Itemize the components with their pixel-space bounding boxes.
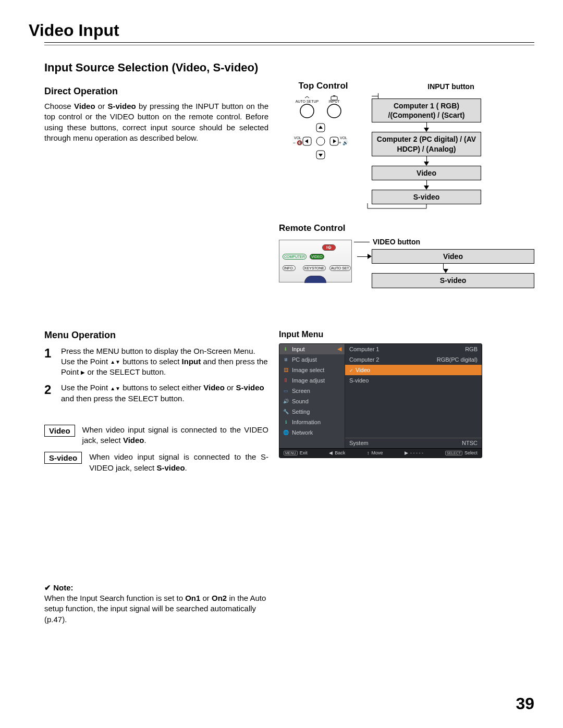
osd-main-label: Video bbox=[356, 367, 370, 373]
svg-point-2 bbox=[300, 104, 314, 118]
osd-side-icon: 🖥 bbox=[283, 356, 289, 363]
flow-loop-line bbox=[366, 203, 486, 211]
top-control-diagram: AUTO SETUP INPUT bbox=[289, 95, 357, 163]
svg-text:− 🔇: − 🔇 bbox=[293, 140, 303, 146]
osd-side-label: Sound bbox=[292, 398, 309, 404]
osd-side-icon: ▭ bbox=[283, 388, 289, 394]
osd-main-item: Computer 2RGB(PC digital) bbox=[345, 354, 482, 365]
svg-text:AUTO SETUP: AUTO SETUP bbox=[296, 100, 319, 103]
osd-side-label: Input bbox=[292, 346, 304, 352]
osd-side-label: Setting bbox=[292, 409, 310, 415]
osd-side-item: 🎚Image adjust bbox=[279, 375, 345, 386]
osd-main-item: Computer 1RGB bbox=[345, 344, 482, 354]
svg-point-5 bbox=[316, 137, 325, 145]
osd-side-icon: 🔧 bbox=[283, 409, 289, 415]
remote-control-heading: Remote Control bbox=[279, 223, 534, 233]
osd-side-item: 🌐Network bbox=[279, 427, 345, 438]
svg-text:VOL: VOL bbox=[340, 136, 347, 140]
osd-footer: MENUExit ◀Back ↕Move ▶- - - - - SELECTSe… bbox=[279, 448, 482, 458]
arrow-down-icon bbox=[424, 162, 429, 166]
flow-box-svideo: S-video bbox=[372, 190, 481, 204]
text: Choose bbox=[44, 102, 74, 110]
arrow-down-icon bbox=[424, 128, 429, 132]
text-bold: S-video bbox=[107, 102, 136, 110]
input-menu-heading: Input Menu bbox=[279, 330, 534, 339]
osd-active-marker: ◀ bbox=[337, 346, 341, 352]
updown-arrows-icon bbox=[110, 383, 120, 392]
osd-main-right: RGB bbox=[465, 346, 478, 352]
video-definition: When video input signal is connected to … bbox=[82, 425, 268, 446]
osd-side-item: ▭Screen bbox=[279, 386, 345, 396]
direct-operation-heading: Direct Operation bbox=[44, 86, 268, 97]
osd-side-item: 🔊Sound bbox=[279, 396, 345, 406]
arrow-down-icon bbox=[424, 186, 429, 190]
osd-side-label: Network bbox=[292, 429, 313, 436]
osd-side-icon: 🖼 bbox=[283, 367, 289, 373]
updown-arrows-icon bbox=[110, 357, 120, 366]
osd-main-right: RGB(PC digital) bbox=[437, 356, 478, 363]
video-button-label: VIDEO button bbox=[373, 238, 420, 246]
osd-main-label: Computer 1 bbox=[349, 346, 379, 352]
svg-text:VOL: VOL bbox=[294, 136, 301, 140]
svg-point-3 bbox=[327, 104, 341, 118]
remote-flow-svideo: S-video bbox=[372, 273, 534, 288]
direct-operation-body: Choose Video or S-video by pressing the … bbox=[44, 101, 268, 143]
check-icon: ✓ bbox=[349, 368, 353, 373]
menu-operation-heading: Menu Operation bbox=[44, 330, 268, 341]
text: or bbox=[95, 102, 108, 110]
arrow-down-icon bbox=[443, 269, 448, 273]
step-number-1: 1 bbox=[44, 346, 53, 378]
osd-system-row: System NTSC bbox=[345, 438, 482, 448]
osd-side-item: 🖼Image select bbox=[279, 365, 345, 375]
osd-side-item: ℹInformation bbox=[279, 417, 345, 427]
top-control-label: Top Control bbox=[279, 81, 368, 91]
svideo-box-label: S-video bbox=[44, 452, 82, 464]
title-rule-1 bbox=[44, 42, 534, 43]
osd-side-icon: ℹ bbox=[283, 419, 289, 425]
remote-flow-video: Video bbox=[372, 249, 534, 264]
osd-side-icon: 🎚 bbox=[283, 377, 289, 384]
flow-box-computer2: Computer 2 (PC digital) / (AV HDCP) / (A… bbox=[372, 132, 481, 156]
step-number-2: 2 bbox=[44, 382, 53, 404]
osd-side-item: 🖥PC adjust bbox=[279, 354, 345, 365]
input-button-label: INPUT button bbox=[427, 82, 474, 91]
osd-side-label: Screen bbox=[292, 388, 310, 394]
text-bold: Video bbox=[74, 102, 95, 110]
osd-side-label: Information bbox=[292, 419, 321, 425]
osd-side-label: Image select bbox=[292, 367, 324, 373]
arrow-right-icon bbox=[368, 254, 372, 259]
osd-side-item: ⬇Input◀ bbox=[279, 344, 345, 354]
osd-main-item: S-video bbox=[345, 375, 482, 386]
osd-side-icon: 🔊 bbox=[283, 398, 289, 404]
remote-control-diagram: I/⏻ COMPUTER VIDEO INFO. KEYSTONE AUTO S… bbox=[279, 240, 352, 282]
step-2-text: Use the Point buttons to select either V… bbox=[61, 382, 268, 404]
osd-side-item: 🔧Setting bbox=[279, 406, 345, 417]
osd-main-label: Computer 2 bbox=[349, 356, 379, 363]
step-1-text: Press the MENU button to display the On-… bbox=[61, 346, 268, 378]
osd-main-item: ✓Video bbox=[345, 365, 482, 375]
osd-side-label: PC adjust bbox=[292, 356, 317, 363]
osd-side-icon: 🌐 bbox=[283, 429, 289, 436]
osd-sidebar: ⬇Input◀🖥PC adjust🖼Image select🎚Image adj… bbox=[279, 344, 345, 448]
title-rule-2 bbox=[44, 45, 534, 45]
osd-main-label: S-video bbox=[349, 377, 369, 384]
page-title: Video Input bbox=[29, 21, 534, 40]
flow-box-computer1: Computer 1 ( RGB) /(Component) / (Scart) bbox=[372, 98, 481, 122]
osd-side-label: Image adjust bbox=[292, 377, 325, 384]
osd-side-icon: ⬇ bbox=[283, 346, 289, 352]
osd-input-menu: ⬇Input◀🖥PC adjust🖼Image select🎚Image adj… bbox=[279, 343, 482, 458]
note-block: ✔ Note: When the Input Search function i… bbox=[44, 583, 268, 625]
svg-text:+ 🔊: + 🔊 bbox=[339, 140, 349, 146]
video-box-label: Video bbox=[44, 425, 75, 437]
section-title: Input Source Selection (Video, S-video) bbox=[44, 61, 534, 75]
svideo-definition: When video input signal is connected to … bbox=[89, 452, 268, 473]
osd-main: Computer 1RGBComputer 2RGB(PC digital)✓V… bbox=[345, 344, 482, 448]
page-number: 39 bbox=[516, 694, 534, 713]
note-heading: ✔ Note: bbox=[44, 583, 268, 593]
flow-box-video: Video bbox=[372, 166, 481, 180]
